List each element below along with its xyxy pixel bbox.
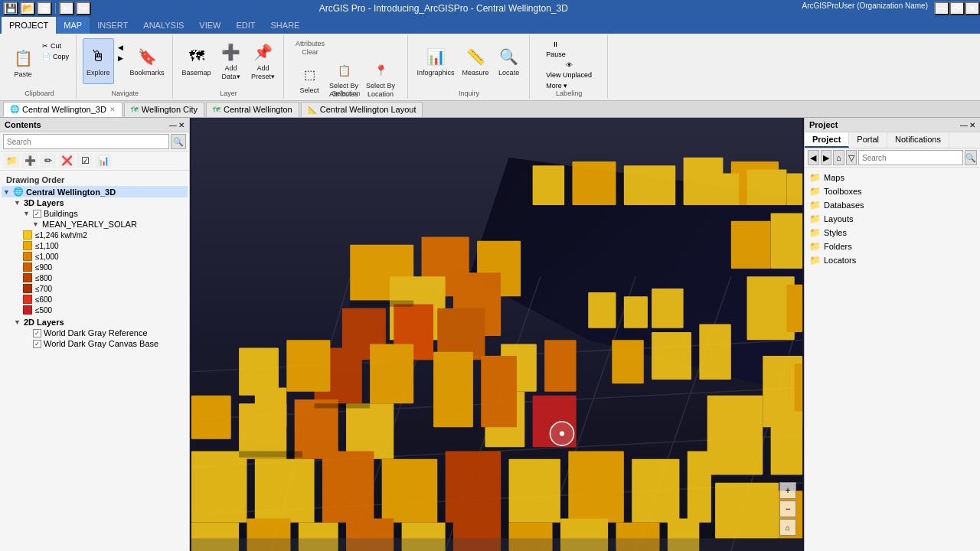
tab-close-3d[interactable]: ✕ bbox=[109, 106, 116, 113]
proj-item-locators[interactable]: 📁 Locators bbox=[806, 253, 978, 267]
contents-chart-button[interactable]: 📊 bbox=[95, 153, 112, 168]
contents-search-input[interactable] bbox=[3, 134, 169, 149]
buildings-checkbox[interactable] bbox=[33, 210, 41, 218]
add-data-button[interactable]: ➕ AddData▾ bbox=[216, 38, 247, 84]
proj-tab-portal[interactable]: Portal bbox=[849, 132, 887, 148]
nav-next-button[interactable]: ▶ bbox=[116, 54, 126, 63]
svg-rect-58 bbox=[688, 451, 711, 522]
select-by-loc-button[interactable]: 📍 Select ByLocation bbox=[363, 58, 398, 100]
contents-panel: Contents — ✕ 🔍 📁 ➕ ✏ ❌ ☑ 📊 Drawing Order… bbox=[0, 118, 190, 551]
layer-group: 🗺 Basemap ➕ AddData▾ 📌 AddPreset▾ Layer bbox=[175, 35, 284, 99]
tab-project[interactable]: PROJECT bbox=[2, 17, 56, 34]
view-unplaced-button[interactable]: 👁 View Unplaced bbox=[544, 60, 594, 80]
infographics-button[interactable]: 📊 Infographics bbox=[414, 38, 458, 84]
locate-label: Locate bbox=[498, 69, 519, 77]
minimize-button[interactable]: — bbox=[934, 2, 949, 15]
proj-item-folders[interactable]: 📁 Folders bbox=[806, 240, 978, 253]
contents-add-folder-button[interactable]: 📁 bbox=[3, 153, 20, 168]
proj-item-maps[interactable]: 📁 Maps bbox=[806, 171, 978, 184]
svg-rect-33 bbox=[652, 332, 691, 380]
map-item[interactable]: ▼ 🌐 Central Wellington_3D bbox=[2, 186, 188, 197]
bookmarks-button[interactable]: 🔖 Bookmarks bbox=[127, 38, 168, 84]
navigate-group: 🖱 Explore ◀ ▶ 🔖 Bookmarks Navigate bbox=[78, 35, 173, 99]
restore-button[interactable]: 🗗 bbox=[949, 2, 965, 15]
svg-rect-34 bbox=[699, 324, 730, 380]
tab-central-wellington-3d[interactable]: 🌐 Central Wellington_3D ✕ bbox=[3, 102, 122, 117]
save-button[interactable]: 💾 bbox=[3, 2, 18, 15]
contents-close-button[interactable]: ✕ bbox=[178, 121, 185, 129]
cut-button[interactable]: ✂ Cut bbox=[40, 41, 71, 51]
project-search-button[interactable]: 🔍 bbox=[965, 150, 977, 165]
contents-remove-button[interactable]: ❌ bbox=[58, 153, 75, 168]
world-dark-canvas-item[interactable]: World Dark Gray Canvas Base bbox=[2, 338, 188, 349]
project-home-button[interactable]: ⌂ bbox=[833, 150, 844, 165]
home-button[interactable]: ⌂ bbox=[779, 519, 796, 536]
project-back-button[interactable]: ◀ bbox=[808, 150, 819, 165]
project-close-button[interactable]: ✕ bbox=[969, 121, 975, 129]
map-area[interactable]: + − ⌂ bbox=[190, 118, 804, 551]
user-label: ArcGISProUser (Organization Name) bbox=[796, 2, 935, 15]
layers-3d-item[interactable]: ▼ 3D Layers bbox=[2, 197, 188, 208]
ribbon-toolbar: 📋 Paste ✂ Cut 📄 Copy Clipboard 🖱 Explore bbox=[0, 34, 980, 101]
print-button[interactable]: 🖨 bbox=[37, 2, 52, 15]
proj-item-toolboxes[interactable]: 📁 Toolboxes bbox=[806, 184, 978, 198]
add-preset-button[interactable]: 📌 AddPreset▾ bbox=[248, 38, 279, 84]
layers-2d-item[interactable]: ▼ 2D Layers bbox=[2, 317, 188, 328]
basemap-button[interactable]: 🗺 Basemap bbox=[179, 38, 214, 84]
project-toolbar: ◀ ▶ ⌂ ▽ 🔍 bbox=[805, 148, 980, 168]
project-search-input[interactable] bbox=[858, 150, 963, 165]
pause-button[interactable]: ⏸ Pause bbox=[544, 40, 568, 59]
locate-icon: 🔍 bbox=[498, 46, 520, 67]
contents-minimize-button[interactable]: — bbox=[169, 121, 177, 129]
measure-button[interactable]: 📏 Measure bbox=[459, 38, 492, 84]
zoom-in-button[interactable]: + bbox=[779, 482, 796, 499]
measure-icon: 📏 bbox=[465, 46, 486, 67]
copy-button[interactable]: 📄 Copy bbox=[40, 52, 71, 61]
zoom-out-button[interactable]: − bbox=[779, 500, 796, 517]
undo-button[interactable]: ↩ bbox=[59, 2, 74, 15]
tab-central-wellington-layout[interactable]: 📐 Central Wellington Layout bbox=[301, 102, 423, 117]
tab-insert[interactable]: INSERT bbox=[90, 17, 136, 34]
contents-select-button[interactable]: ☑ bbox=[77, 153, 93, 168]
project-minimize-button[interactable]: — bbox=[960, 121, 968, 129]
select-button[interactable]: ⬚ Select bbox=[294, 58, 325, 100]
contents-add-layer-button[interactable]: ➕ bbox=[21, 153, 38, 168]
infographics-icon: 📊 bbox=[425, 46, 446, 67]
tab-view[interactable]: VIEW bbox=[191, 17, 228, 34]
tab-edit[interactable]: EDIT bbox=[228, 17, 263, 34]
nav-prev-button[interactable]: ◀ bbox=[116, 43, 126, 52]
project-filter-button[interactable]: ▽ bbox=[846, 150, 858, 165]
contents-edit-button[interactable]: ✏ bbox=[40, 153, 57, 168]
wdc-checkbox[interactable] bbox=[33, 340, 41, 348]
contents-search-button[interactable]: 🔍 bbox=[171, 134, 186, 149]
locate-button[interactable]: 🔍 Locate bbox=[494, 38, 524, 84]
basemap-icon: 🗺 bbox=[186, 46, 207, 67]
buildings-item[interactable]: ▼ Buildings bbox=[2, 208, 188, 219]
proj-item-styles[interactable]: 📁 Styles bbox=[806, 226, 978, 240]
tab-share[interactable]: SHARE bbox=[263, 17, 308, 34]
wdr-checkbox[interactable] bbox=[33, 329, 41, 337]
proj-tab-project[interactable]: Project bbox=[805, 132, 849, 148]
legend-item-700: ≤700 bbox=[2, 283, 188, 294]
redo-button[interactable]: ↪ bbox=[76, 2, 91, 15]
proj-tab-notifications[interactable]: Notifications bbox=[887, 132, 949, 148]
world-dark-ref-item[interactable]: World Dark Gray Reference bbox=[2, 328, 188, 338]
clipboard-group-label: Clipboard bbox=[24, 90, 54, 97]
proj-item-databases[interactable]: 📁 Databases bbox=[806, 198, 978, 212]
paste-button[interactable]: 📋 Paste bbox=[8, 38, 38, 88]
databases-folder-icon: 📁 bbox=[809, 200, 821, 210]
close-button[interactable]: ✕ bbox=[965, 2, 980, 15]
open-button[interactable]: 📂 bbox=[20, 2, 35, 15]
proj-item-layouts[interactable]: 📁 Layouts bbox=[806, 212, 978, 226]
explore-button[interactable]: 🖱 Explore bbox=[83, 38, 114, 84]
svg-rect-24 bbox=[795, 364, 802, 419]
tab-wellington-city[interactable]: 🗺 Wellington City bbox=[124, 102, 204, 117]
solar-layer-item[interactable]: ▼ MEAN_YEARLY_SOLAR bbox=[2, 219, 188, 230]
tab-map[interactable]: MAP bbox=[56, 17, 90, 34]
tab-central-wellington[interactable]: 🗺 Central Wellington bbox=[206, 102, 299, 117]
tab-icon-wc: 🗺 bbox=[131, 106, 139, 114]
copy-icon: 📄 bbox=[42, 53, 51, 60]
tab-analysis[interactable]: ANALYSIS bbox=[136, 17, 191, 34]
project-forward-button[interactable]: ▶ bbox=[821, 150, 832, 165]
svg-rect-76 bbox=[481, 356, 517, 427]
